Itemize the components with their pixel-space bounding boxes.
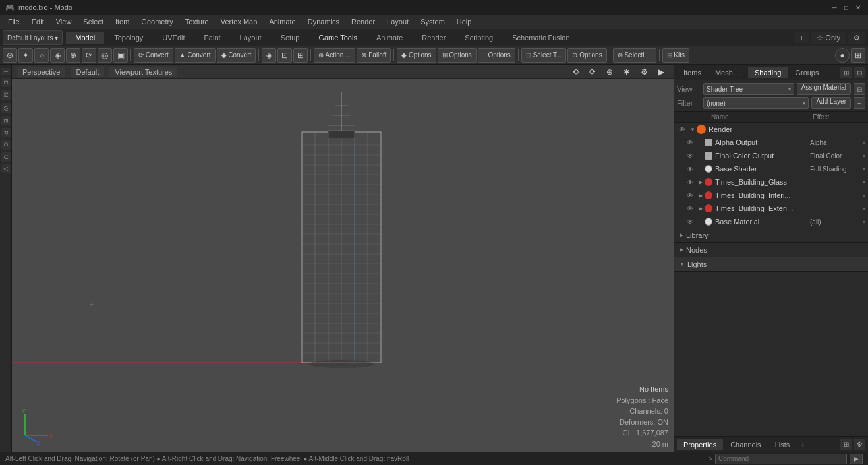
tab-paint[interactable]: Paint (195, 32, 230, 44)
tool-icon-7[interactable]: ◎ (98, 48, 112, 63)
tool-icon-8[interactable]: ▣ (113, 48, 128, 63)
tab-topology[interactable]: Topology (105, 32, 152, 44)
tab-scripting[interactable]: Scripting (455, 32, 502, 44)
sidebar-tab-9[interactable]: V (1, 164, 11, 173)
tree-row-glass[interactable]: 👁 ▶ Times_Building_Glass ▾ (674, 175, 868, 189)
rp-collapse-btn[interactable]: ⊟ (854, 67, 865, 78)
prop-tab-lists[interactable]: Lists (768, 439, 797, 450)
tree-row-exterior[interactable]: 👁 ▶ Times_Building_Exteri... ▾ (674, 202, 868, 215)
close-btn[interactable]: ✕ (854, 3, 863, 12)
tool-icon-grid[interactable]: ⊞ (851, 48, 865, 63)
tab-setup[interactable]: Setup (272, 32, 309, 44)
tab-schematic-fusion[interactable]: Schematic Fusion (503, 32, 579, 44)
tool-icon-10[interactable]: ⊡ (277, 48, 292, 63)
tool-icon-11[interactable]: ⊞ (293, 48, 308, 63)
sidebar-tab-7[interactable]: C (1, 140, 11, 150)
vp-gear-btn[interactable]: ⚙ (637, 65, 651, 79)
sidebar-tab-2[interactable]: D (1, 78, 11, 88)
falloff-btn[interactable]: ⊗ Falloff (357, 48, 391, 63)
rp-tab-shading[interactable]: Shading (748, 67, 788, 78)
section-nodes[interactable]: ▶ Nodes (674, 243, 868, 257)
sidebar-tab-4[interactable]: W (1, 103, 11, 114)
vp-zoom-btn[interactable]: ⊕ (602, 65, 617, 79)
eye-alpha[interactable]: 👁 (685, 137, 695, 148)
options-btn-1[interactable]: ◆ Options (397, 48, 436, 63)
tool-icon-5[interactable]: ⊕ (66, 48, 80, 63)
options-btn-2[interactable]: ⊞ Options (438, 48, 477, 63)
eye-final-color[interactable]: 👁 (685, 150, 695, 161)
settings-btn[interactable]: ⚙ (848, 32, 865, 44)
prop-add-btn[interactable]: + (797, 439, 809, 450)
tree-row-render[interactable]: 👁 ▼ Render (674, 123, 868, 136)
rp-tab-items[interactable]: Items (677, 67, 708, 78)
add-tab-btn[interactable]: + (794, 32, 809, 43)
menu-layout[interactable]: Layout (382, 16, 414, 27)
menu-file[interactable]: File (3, 16, 25, 27)
vp-textures[interactable]: Viewport Textures (109, 67, 177, 77)
rp-expand-btn[interactable]: ⊞ (840, 67, 852, 78)
sidebar-tab-1[interactable]: I (1, 68, 11, 75)
options-btn-4[interactable]: ⊙ Options (567, 48, 606, 63)
sidebar-tab-5[interactable]: E (1, 116, 11, 125)
tab-uvedit[interactable]: UVEdit (153, 32, 194, 44)
menu-texture[interactable]: Texture (180, 16, 214, 27)
tool-icon-4[interactable]: ◈ (50, 48, 65, 63)
prop-tab-channels[interactable]: Channels (724, 439, 767, 450)
tree-row-base-material[interactable]: 👁 Base Material (all) ▾ (674, 215, 868, 228)
menu-select[interactable]: Select (78, 16, 109, 27)
menu-view[interactable]: View (51, 16, 77, 27)
sidebar-tab-3[interactable]: M (1, 90, 11, 100)
expand-final-color[interactable] (697, 152, 705, 160)
menu-geometry[interactable]: Geometry (136, 16, 178, 27)
tool-icon-9[interactable]: ◈ (262, 48, 276, 63)
tree-row-interior[interactable]: 👁 ▶ Times_Building_Interi... ▾ (674, 189, 868, 202)
tool-icon-2[interactable]: ✦ (18, 48, 33, 63)
eye-glass[interactable]: 👁 (685, 177, 695, 187)
options-btn-3[interactable]: + Options (478, 48, 515, 63)
shader-filter-icon[interactable]: ⊟ (854, 83, 865, 95)
eye-interior[interactable]: 👁 (685, 190, 695, 201)
menu-dynamics[interactable]: Dynamics (303, 16, 345, 27)
convert-btn-2[interactable]: ▲ Convert (175, 48, 216, 63)
expand-base-shader[interactable] (697, 165, 705, 173)
vp-rotate-btn[interactable]: ⟲ (568, 65, 583, 79)
tree-row-alpha[interactable]: 👁 Alpha Output Alpha ▾ (674, 136, 868, 149)
rp-tab-mesh[interactable]: Mesh ... (709, 67, 747, 78)
filter-select[interactable]: (none) ▾ (703, 97, 809, 109)
tab-game-tools[interactable]: Game Tools (309, 32, 366, 44)
menu-system[interactable]: System (415, 16, 450, 27)
tool-icon-6[interactable]: ⟳ (82, 48, 96, 63)
vp-perspective[interactable]: Perspective (17, 67, 65, 77)
eye-base-material[interactable]: 👁 (685, 216, 695, 227)
tree-row-final-color[interactable]: 👁 Final Color Output Final Color ▾ (674, 149, 868, 162)
tab-render[interactable]: Render (413, 32, 455, 44)
expand-interior[interactable]: ▶ (697, 191, 705, 199)
vp-undo-btn[interactable]: ⟳ (585, 65, 600, 79)
minimize-btn[interactable]: ─ (830, 3, 839, 12)
kits-btn[interactable]: ⊞ Kits (662, 48, 689, 63)
menu-vertex-map[interactable]: Vertex Map (216, 16, 263, 27)
action-btn[interactable]: ⊕ Action ... (314, 48, 355, 63)
layout-dropdown[interactable]: Default Layouts ▾ (3, 30, 63, 45)
expand-exterior[interactable]: ▶ (697, 204, 705, 212)
tab-layout[interactable]: Layout (231, 32, 271, 44)
assign-material-btn[interactable]: Assign Material (797, 83, 851, 95)
prop-expand-btn[interactable]: ⊞ (840, 439, 852, 450)
filter-icon[interactable]: − (854, 97, 865, 109)
expand-base-material[interactable] (697, 218, 705, 226)
tab-animate[interactable]: Animate (367, 32, 412, 44)
tab-model[interactable]: Model (66, 32, 104, 44)
section-lights[interactable]: ▼ Lights (674, 257, 868, 272)
command-go-btn[interactable]: ▶ (850, 454, 863, 464)
tool-icon-unreal[interactable]: ● (835, 48, 850, 63)
menu-render[interactable]: Render (346, 16, 380, 27)
expand-glass[interactable]: ▶ (697, 178, 705, 186)
section-library[interactable]: ▶ Library (674, 228, 868, 243)
convert-btn-1[interactable]: ⟳ Convert (134, 48, 173, 63)
shader-tree-select[interactable]: Shader Tree ▾ (703, 83, 794, 95)
menu-item[interactable]: Item (110, 16, 134, 27)
convert-btn-3[interactable]: ◆ Convert (217, 48, 256, 63)
eye-render[interactable]: 👁 (677, 124, 687, 135)
prop-tab-properties[interactable]: Properties (677, 439, 723, 450)
prop-gear-btn[interactable]: ⚙ (854, 439, 865, 450)
